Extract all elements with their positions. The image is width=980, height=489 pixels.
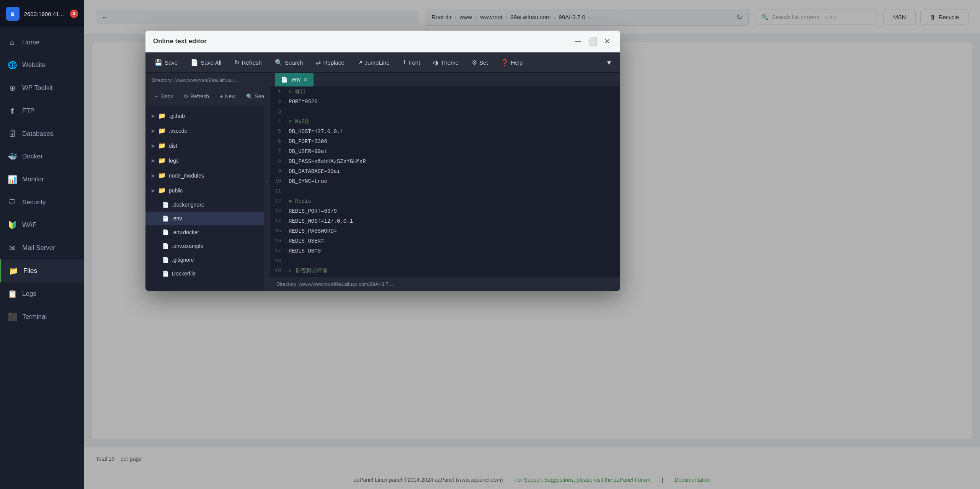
monitor-icon: 📊 <box>8 175 17 184</box>
tree-item-env-docker[interactable]: 📄 .env.docker <box>145 225 264 239</box>
editor-statusbar: Directory: /www/wwwroot/99ai.aifusu.com/… <box>270 277 620 291</box>
sidebar-item-home[interactable]: ⌂ Home <box>0 31 84 54</box>
sidebar-item-label: Home <box>22 39 39 46</box>
chevron-icon: ▶ <box>152 188 155 193</box>
tree-item-gitignore[interactable]: 📄 .gitignore <box>145 253 264 267</box>
file-icon: 📄 <box>162 257 169 263</box>
code-area[interactable]: 1 # 端口 2 PORT=9520 3 4 <box>270 87 620 277</box>
toolbar-set-button[interactable]: ⚙ Set <box>466 54 494 72</box>
file-icon: 📄 <box>162 229 169 235</box>
panel-collapse-handle[interactable]: ‹ <box>264 73 270 291</box>
toolbar-save-all-button[interactable]: 📄 Save All <box>185 54 227 72</box>
file-icon: 📄 <box>162 215 169 222</box>
tree-item-name: .github <box>169 113 185 119</box>
file-tree-panel: Directory: /www/wwwroot/99ai.aifusu.... … <box>145 73 264 291</box>
code-line-7: 7 DB_USER=99ai <box>270 147 620 156</box>
tree-item-env[interactable]: 📄 .env <box>145 212 264 225</box>
website-icon: 🌐 <box>8 60 17 70</box>
sidebar-item-label: Docker <box>22 153 43 160</box>
sidebar-item-ftp[interactable]: ⬆ FTP <box>0 99 84 122</box>
sidebar-item-waf[interactable]: 🔰 WAF <box>0 214 84 236</box>
modal-maximize-button[interactable]: ⬜ <box>587 36 598 47</box>
tree-item-name: .env.example <box>172 243 203 249</box>
modal-minimize-button[interactable]: ─ <box>573 36 583 47</box>
tree-item-dist[interactable]: ▶ 📁 dist <box>145 138 264 153</box>
toolbar-font-button[interactable]: T Font <box>397 54 426 71</box>
files-icon: 📁 <box>9 266 18 275</box>
toolbar-search-button[interactable]: 🔍 Search <box>269 54 309 72</box>
tree-item-name: node_modules <box>169 173 204 179</box>
sidebar-item-wp-toolkit[interactable]: ⊕ WP Toolkit <box>0 77 84 99</box>
sidebar-item-label: Databases <box>22 130 53 138</box>
code-line-12: 12 # Redis <box>270 196 620 206</box>
toolbar-refresh-button[interactable]: ↻ Refresh <box>228 54 268 72</box>
sidebar-item-website[interactable]: 🌐 Website <box>0 54 84 77</box>
modal-title: Online text editor <box>153 37 207 45</box>
toolbar-save-button[interactable]: 💾 Save <box>149 54 184 72</box>
sidebar-item-mail-server[interactable]: ✉ Mail Server <box>0 236 84 259</box>
sidebar-item-label: Security <box>22 199 46 206</box>
code-line-4: 4 # MySQL <box>270 117 620 127</box>
tree-item-github[interactable]: ▶ 📁 .github <box>145 108 264 123</box>
code-line-16: 16 REDIS_USER= <box>270 236 620 246</box>
sidebar-item-label: WAF <box>22 221 36 229</box>
sidebar-item-label: FTP <box>22 107 34 115</box>
code-line-6: 6 DB_PORT=3306 <box>270 137 620 147</box>
sidebar-item-security[interactable]: 🛡 Security <box>0 191 84 214</box>
toolbar-replace-button[interactable]: ⇄ Replace <box>310 54 350 72</box>
code-line-18: 18 <box>270 256 620 266</box>
sidebar-nav: ⌂ Home 🌐 Website ⊕ WP Toolkit ⬆ FTP 🗄 Da… <box>0 28 84 489</box>
code-line-15: 15 REDIS_PASSWORD= <box>270 226 620 236</box>
toolbar-jumpline-button[interactable]: ↗ JumpLine <box>351 54 396 72</box>
editor-tab-env[interactable]: 📄 .env ✕ <box>275 73 314 86</box>
tab-label: .env <box>291 77 301 83</box>
chevron-icon: ▶ <box>152 173 155 178</box>
tree-item-name: logs <box>169 158 179 164</box>
file-icon: 📄 <box>162 271 169 277</box>
theme-icon: ◑ <box>433 59 438 66</box>
tree-back-button[interactable]: ← Back <box>150 91 177 102</box>
sidebar-header: 🖥 2600:1900:41... 0 <box>0 0 84 28</box>
tree-item-name: .gitignore <box>172 257 194 263</box>
editor-tabs: 📄 .env ✕ <box>270 73 620 87</box>
tree-refresh-button[interactable]: ↻ Refresh <box>180 91 213 102</box>
tree-item-dockerfile[interactable]: 📄 Dockerfile <box>145 267 264 280</box>
tree-item-name: Dockerfile <box>172 271 196 277</box>
sidebar-item-label: Terminal <box>22 313 47 321</box>
help-icon: ❓ <box>501 59 509 66</box>
tree-back-icon: ← <box>154 93 159 99</box>
sidebar-item-databases[interactable]: 🗄 Databases <box>0 122 84 145</box>
code-line-1: 1 # 端口 <box>270 87 620 97</box>
tree-item-dockerignore[interactable]: 📄 .dockerignore <box>145 198 264 212</box>
folder-icon: 📁 <box>158 112 166 119</box>
code-line-20: 20 ISDEV=FALSE <box>270 276 620 277</box>
sidebar-item-docker[interactable]: 🐳 Docker <box>0 145 84 168</box>
folder-icon: 📁 <box>158 157 166 164</box>
editor-status-text: Directory: /www/wwwroot/99ai.aifusu.com/… <box>276 281 394 287</box>
tree-item-env-example[interactable]: 📄 .env.example <box>145 239 264 253</box>
sidebar-item-logs[interactable]: 📋 Logs <box>0 282 84 305</box>
tree-item-public[interactable]: ▶ 📁 public <box>145 183 264 198</box>
toolbar-help-button[interactable]: ❓ Help <box>495 54 529 72</box>
tab-file-icon: 📄 <box>281 77 287 83</box>
tab-close-button[interactable]: ✕ <box>304 77 307 82</box>
sidebar-item-label: WP Toolkit <box>22 84 53 92</box>
modal-close-button[interactable]: ✕ <box>602 36 612 47</box>
online-text-editor-modal: Online text editor ─ ⬜ ✕ 💾 Save 📄 Save A… <box>145 31 620 291</box>
tree-item-name: .vscode <box>169 128 187 134</box>
mail-icon: ✉ <box>8 243 17 253</box>
tree-item-node-modules[interactable]: ▶ 📁 node_modules <box>145 168 264 183</box>
chevron-icon: ▶ <box>152 113 155 119</box>
tree-new-button[interactable]: + New <box>216 91 239 102</box>
tree-item-logs[interactable]: ▶ 📁 logs <box>145 153 264 168</box>
sidebar-item-files[interactable]: 📁 Files <box>0 259 84 282</box>
file-tree-list: ▶ 📁 .github ▶ 📁 .vscode ▶ 📁 dist <box>145 105 264 291</box>
sidebar-item-label: Monitor <box>22 176 44 183</box>
code-line-9: 9 DB_DATABASE=99ai <box>270 166 620 176</box>
sidebar-item-terminal[interactable]: ⬛ Terminal <box>0 305 84 328</box>
toolbar-more-button[interactable]: ▾ <box>601 52 617 72</box>
tree-item-vscode[interactable]: ▶ 📁 .vscode <box>145 123 264 138</box>
toolbar-theme-button[interactable]: ◑ Theme <box>427 54 465 72</box>
sidebar-item-monitor[interactable]: 📊 Monitor <box>0 168 84 191</box>
tree-item-name: public <box>169 187 183 194</box>
